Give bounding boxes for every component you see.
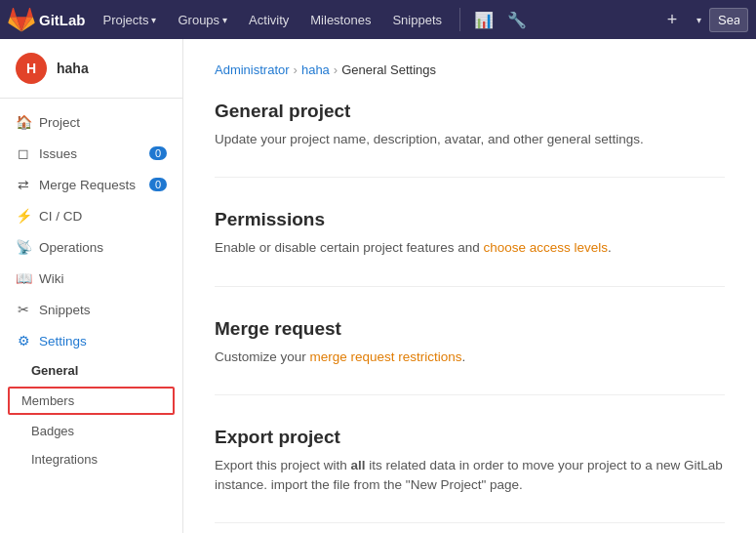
brand-logo[interactable]: GitLab — [8, 6, 86, 33]
sidebar-label-snippets: Snippets — [39, 303, 91, 317]
sidebar-item-project[interactable]: 🏠 Project — [0, 106, 182, 138]
nav-milestones[interactable]: Milestones — [300, 0, 380, 39]
section-desc-permissions: Enable or disable certain project featur… — [215, 238, 725, 258]
section-permissions: Permissions Enable or disable certain pr… — [215, 209, 725, 286]
sidebar-sub-members[interactable]: Members — [8, 387, 175, 415]
breadcrumb-current: General Settings — [341, 62, 436, 77]
sidebar: H haha 🏠 Project ◻ Issues 0 ⇄ Merge Requ… — [0, 39, 183, 533]
sidebar-nav: 🏠 Project ◻ Issues 0 ⇄ Merge Requests 0 … — [0, 99, 182, 481]
sidebar-item-issues[interactable]: ◻ Issues 0 — [0, 138, 182, 169]
section-desc-merge-request: Customize your merge request restriction… — [215, 348, 725, 367]
sidebar-sub-badges[interactable]: Badges — [0, 417, 182, 445]
sidebar-label-wiki: Wiki — [39, 271, 64, 286]
section-title-permissions: Permissions — [215, 209, 725, 230]
section-title-export: Export project — [215, 427, 725, 448]
general-label: General — [31, 363, 78, 378]
search-input[interactable] — [709, 8, 748, 32]
badges-label: Badges — [31, 424, 74, 438]
sidebar-label-settings: Settings — [39, 334, 87, 348]
section-general-project: General project Update your project name… — [215, 101, 725, 178]
integrations-label: Integrations — [31, 452, 98, 467]
plus-icon[interactable]: + — [657, 4, 688, 35]
main-content: Administrator › haha › General Settings … — [183, 39, 756, 533]
sidebar-sub-integrations[interactable]: Integrations — [0, 445, 182, 473]
breadcrumb-administrator[interactable]: Administrator — [215, 62, 290, 77]
operations-icon: 📡 — [16, 239, 31, 255]
merge-icon: ⇄ — [16, 177, 31, 192]
sidebar-label-project: Project — [39, 115, 80, 130]
nav-divider — [459, 8, 460, 31]
main-layout: H haha 🏠 Project ◻ Issues 0 ⇄ Merge Requ… — [0, 39, 756, 533]
chart-icon[interactable]: 📊 — [468, 4, 499, 35]
members-label: Members — [21, 393, 74, 408]
section-title-merge-request: Merge request — [215, 318, 725, 340]
avatar: H — [16, 53, 47, 84]
merge-badge: 0 — [149, 178, 167, 191]
nav-groups[interactable]: Groups — [168, 0, 237, 39]
nav-snippets[interactable]: Snippets — [382, 0, 452, 39]
section-desc-export: Export this project with all its related… — [215, 456, 725, 496]
gitlab-icon — [8, 6, 35, 33]
sidebar-item-operations[interactable]: 📡 Operations — [0, 231, 182, 263]
sidebar-item-wiki[interactable]: 📖 Wiki — [0, 263, 182, 294]
sidebar-sub-general[interactable]: General — [0, 356, 182, 385]
sidebar-label-cicd: CI / CD — [39, 209, 82, 224]
cicd-icon: ⚡ — [16, 208, 31, 224]
section-merge-request: Merge request Customize your merge reque… — [215, 318, 725, 395]
snippets-icon: ✂ — [16, 302, 31, 317]
sidebar-label-operations: Operations — [39, 240, 103, 255]
issues-badge: 0 — [149, 146, 167, 160]
breadcrumb-sep2: › — [334, 62, 338, 77]
user-profile[interactable]: H haha — [0, 39, 182, 99]
sidebar-item-snippets[interactable]: ✂ Snippets — [0, 294, 182, 325]
brand-name: GitLab — [39, 12, 86, 28]
nav-projects[interactable]: Projects — [94, 0, 167, 39]
sidebar-item-settings[interactable]: ⚙ Settings — [0, 325, 182, 356]
top-navigation: GitLab Projects Groups Activity Mileston… — [0, 0, 756, 39]
sidebar-label-merge-requests: Merge Requests — [39, 178, 136, 192]
home-icon: 🏠 — [16, 114, 31, 130]
section-desc-general: Update your project name, description, a… — [215, 130, 725, 149]
export-all-text: all — [351, 458, 366, 472]
wiki-icon: 📖 — [16, 270, 31, 286]
plus-dropdown[interactable] — [692, 4, 705, 35]
nav-right: + — [657, 4, 748, 35]
breadcrumb: Administrator › haha › General Settings — [215, 62, 725, 77]
sidebar-label-issues: Issues — [39, 146, 77, 161]
sidebar-item-merge-requests[interactable]: ⇄ Merge Requests 0 — [0, 169, 182, 200]
choose-access-levels-link[interactable]: choose access levels — [483, 240, 608, 255]
issues-icon: ◻ — [16, 145, 31, 161]
section-title-general: General project — [215, 101, 725, 122]
nav-activity[interactable]: Activity — [239, 0, 298, 39]
nav-links: Projects Groups Activity Milestones Snip… — [94, 0, 534, 39]
wrench-icon[interactable]: 🔧 — [501, 4, 533, 35]
merge-request-restrictions-link[interactable]: merge request restrictions — [310, 349, 462, 364]
username: haha — [57, 61, 89, 76]
breadcrumb-sep1: › — [294, 62, 298, 77]
sidebar-item-cicd[interactable]: ⚡ CI / CD — [0, 200, 182, 231]
breadcrumb-haha[interactable]: haha — [301, 62, 330, 77]
section-export-project: Export project Export this project with … — [215, 427, 725, 524]
settings-icon: ⚙ — [16, 333, 31, 348]
